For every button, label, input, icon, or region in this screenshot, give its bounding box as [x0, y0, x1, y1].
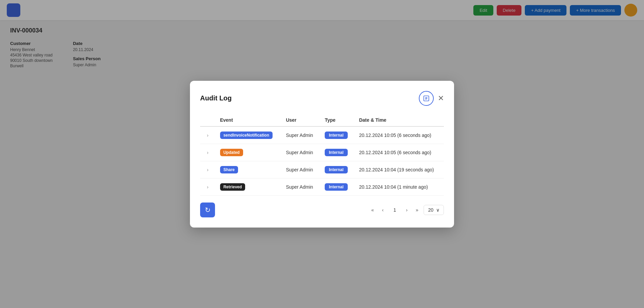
type-badge: Internal	[325, 132, 347, 139]
row-type-cell: Internal	[320, 144, 354, 161]
col-expand	[200, 114, 215, 126]
col-type: Type	[320, 114, 354, 126]
expand-row-button[interactable]: ›	[205, 166, 211, 173]
row-datetime-cell: 20.12.2024 10:05 (6 seconds ago)	[354, 144, 444, 161]
row-user-cell: Super Admin	[281, 126, 320, 144]
first-page-button[interactable]: «	[368, 205, 377, 215]
expand-row-button[interactable]: ›	[205, 184, 211, 190]
table-row: › Retrieved Super Admin Internal 20.12.2…	[200, 178, 444, 195]
event-badge-send-invoice: sendInvoiceNotification	[220, 132, 273, 139]
refresh-icon: ↻	[205, 206, 211, 214]
prev-page-button[interactable]: ‹	[379, 205, 386, 215]
type-badge: Internal	[325, 183, 347, 191]
expand-row-button[interactable]: ›	[205, 149, 211, 156]
row-datetime-cell: 20.12.2024 10:05 (6 seconds ago)	[354, 126, 444, 144]
row-user-cell: Super Admin	[281, 161, 320, 178]
user-name: Super Admin	[286, 150, 313, 155]
event-badge-retrieved: Retrieved	[220, 183, 245, 191]
row-expand-cell: ›	[200, 144, 215, 161]
user-name: Super Admin	[286, 184, 313, 190]
table-body: › sendInvoiceNotification Super Admin In…	[200, 126, 444, 196]
pagination-controls: « ‹ 1 › » 20 ∨	[368, 204, 444, 216]
modal-header-actions: ✕	[419, 91, 444, 106]
next-page-button[interactable]: ›	[403, 205, 410, 215]
col-user: User	[281, 114, 320, 126]
row-event-cell: Retrieved	[215, 178, 281, 195]
row-user-cell: Super Admin	[281, 178, 320, 195]
user-name: Super Admin	[286, 167, 313, 172]
datetime-value: 20.12.2024 10:04 (1 minute ago)	[359, 184, 428, 190]
table-row: › sendInvoiceNotification Super Admin In…	[200, 126, 444, 144]
pagination-bar: ↻ « ‹ 1 › » 20 ∨	[200, 203, 444, 217]
event-badge-share: Share	[220, 166, 238, 173]
row-type-cell: Internal	[320, 161, 354, 178]
page-size-selector[interactable]: 20 ∨	[424, 205, 444, 215]
row-event-cell: Updated	[215, 144, 281, 161]
row-event-cell: Share	[215, 161, 281, 178]
datetime-value: 20.12.2024 10:05 (6 seconds ago)	[359, 150, 431, 155]
audit-log-table: Event User Type Date & Time › sendInvoic…	[200, 114, 444, 196]
datetime-value: 20.12.2024 10:05 (6 seconds ago)	[359, 133, 431, 138]
modal-close-button[interactable]: ✕	[438, 95, 444, 102]
modal-header: Audit Log ✕	[200, 91, 444, 106]
chevron-down-icon: ∨	[436, 207, 439, 213]
table-row: › Share Super Admin Internal 20.12.2024 …	[200, 161, 444, 178]
row-expand-cell: ›	[200, 126, 215, 144]
row-type-cell: Internal	[320, 178, 354, 195]
table-row: › Updated Super Admin Internal 20.12.202…	[200, 144, 444, 161]
expand-row-button[interactable]: ›	[205, 132, 211, 139]
col-datetime: Date & Time	[354, 114, 444, 126]
current-page: 1	[389, 204, 401, 216]
event-badge-updated: Updated	[220, 149, 243, 156]
modal-export-button[interactable]	[419, 91, 434, 106]
datetime-value: 20.12.2024 10:04 (19 seconds ago)	[359, 167, 434, 172]
col-event: Event	[215, 114, 281, 126]
audit-log-modal: Audit Log ✕ Event User Type Date & Time	[190, 81, 454, 228]
modal-title: Audit Log	[200, 94, 232, 102]
row-expand-cell: ›	[200, 161, 215, 178]
table-header: Event User Type Date & Time	[200, 114, 444, 126]
last-page-button[interactable]: »	[413, 205, 421, 215]
refresh-button[interactable]: ↻	[200, 203, 215, 217]
row-event-cell: sendInvoiceNotification	[215, 126, 281, 144]
page-size-value: 20	[428, 207, 433, 213]
user-name: Super Admin	[286, 133, 313, 138]
row-user-cell: Super Admin	[281, 144, 320, 161]
type-badge: Internal	[325, 149, 347, 156]
row-type-cell: Internal	[320, 126, 354, 144]
row-datetime-cell: 20.12.2024 10:04 (1 minute ago)	[354, 178, 444, 195]
type-badge: Internal	[325, 166, 347, 173]
row-expand-cell: ›	[200, 178, 215, 195]
row-datetime-cell: 20.12.2024 10:04 (19 seconds ago)	[354, 161, 444, 178]
